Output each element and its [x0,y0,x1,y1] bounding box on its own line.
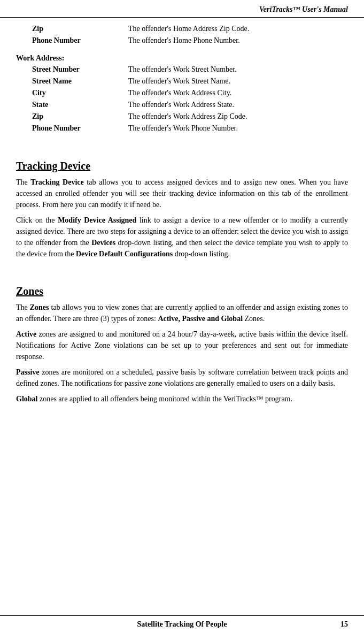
work-state-label: State [16,101,128,109]
work-phone-desc: The offender's Work Phone Number. [128,124,348,133]
work-street-name-label: Street Name [16,77,128,86]
footer-center-text: Satellite Tracking Of People [137,620,227,629]
work-phone-label: Phone Number [16,124,128,133]
spacer2 [16,268,348,274]
zones-para4: Global zones are applied to all offender… [16,393,348,405]
page: VeriTracks™ User's Manual Zip The offend… [0,0,364,633]
phone-home-row: Phone Number The offender's Home Phone N… [16,35,348,47]
tracking-device-bold: Tracking Device [30,178,83,186]
home-address-fields: Zip The offender's Home Address Zip Code… [16,23,348,47]
work-city-desc: The offender's Work Address City. [128,89,348,97]
tracking-device-para1: The Tracking Device tab allows you to ac… [16,177,348,210]
zip-home-row: Zip The offender's Home Address Zip Code… [16,23,348,35]
work-phone-row: Phone Number The offender's Work Phone N… [16,123,348,134]
work-street-number-desc: The offender's Work Street Number. [128,65,348,74]
zones-para2: Active zones are assigned to and monitor… [16,329,348,362]
zones-para3: Passive zones are monitored on a schedul… [16,367,348,389]
zones-section: Zones The Zones tab allows you to view z… [16,285,348,405]
footer-page-number: 15 [340,620,348,629]
tracking-device-heading: Tracking Device [16,160,348,172]
work-street-number-row: Street Number The offender's Work Street… [16,64,348,75]
zones-bold: Zones [30,303,49,311]
zone-types-bold: Active, Passive and Global [158,315,243,323]
work-zip-desc: The offender's Work Address Zip Code. [128,112,348,121]
phone-home-desc: The offender's Home Phone Number. [128,36,348,45]
work-street-number-label: Street Number [16,65,128,74]
page-footer: Satellite Tracking Of People 15 [0,615,364,633]
work-city-row: City The offender's Work Address City. [16,87,348,99]
zones-heading: Zones [16,285,348,298]
zip-home-label: Zip [16,25,128,33]
phone-home-label: Phone Number [16,36,128,45]
passive-bold: Passive [16,368,40,376]
work-zip-label: Zip [16,112,128,121]
page-content: Zip The offender's Home Address Zip Code… [0,18,364,615]
modify-device-bold: Modify Device Assigned [58,216,136,224]
zones-para1: The Zones tab allows you to view zones t… [16,302,348,324]
work-state-row: State The offender's Work Address State. [16,99,348,111]
device-default-bold: Device Default Configurations [76,250,173,258]
tracking-device-section: Tracking Device The Tracking Device tab … [16,160,348,260]
work-state-desc: The offender's Work Address State. [128,101,348,109]
devices-bold: Devices [91,239,115,247]
tracking-device-para2: Click on the Modify Device Assigned link… [16,215,348,260]
work-street-name-row: Street Name The offender's Work Street N… [16,75,348,87]
header-title: VeriTracks™ User's Manual [259,5,348,13]
work-address-fields: Street Number The offender's Work Street… [16,64,348,134]
page-header: VeriTracks™ User's Manual [0,0,364,18]
active-bold: Active [16,330,36,338]
work-address-section: Work Address: Street Number The offender… [16,52,348,134]
work-zip-row: Zip The offender's Work Address Zip Code… [16,111,348,123]
work-street-name-desc: The offender's Work Street Name. [128,77,348,86]
global-bold: Global [16,395,37,403]
zip-home-desc: The offender's Home Address Zip Code. [128,25,348,33]
work-city-label: City [16,89,128,97]
work-address-header: Work Address: [16,52,348,64]
spacer1 [16,143,348,149]
